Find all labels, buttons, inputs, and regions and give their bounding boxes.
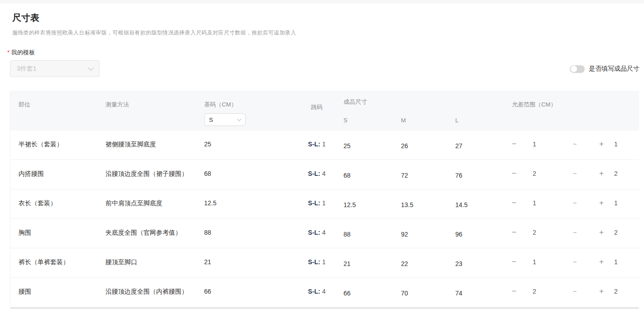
page-title: 尺寸表 [12,12,39,24]
tolerance-plus-value: 2 [614,168,618,179]
size-s-value: 21 [343,248,401,277]
size-s-value: 68 [343,160,401,189]
tilde-separator: ~ [573,198,599,208]
measure-method: 沿腰顶边度全围（裙子腰围） [105,160,196,189]
skip-code-cell: S-L: 4 [290,160,343,189]
skip-code-value: 4 [322,229,326,236]
measure-method: 沿腰顶边度全围（内裤腰围） [105,278,196,307]
part-name: 胸围 [10,219,105,248]
measure-method: 腰顶至脚口 [105,248,196,277]
tolerance-plus-value: 2 [614,286,618,297]
header-finished-size: 成品尺寸 [343,91,512,131]
plus-icon[interactable]: + [599,256,614,267]
skip-code-value: 1 [322,258,326,266]
table-header: 部位 测量方法 基码（CM） S 跳码 成品尺寸 允差范围（CM） S M L [10,91,639,131]
part-name: 腰围 [10,278,105,307]
size-l-value: 74 [455,278,512,307]
skip-code-cell: S-L: 1 [290,248,343,277]
size-l-value: 27 [455,131,512,160]
size-s-value: 12.5 [343,189,401,218]
size-m-value: 72 [401,160,455,189]
header-size-l: L [455,117,512,124]
template-field-label-text: 我的模板 [11,49,35,56]
skip-code-value: 4 [322,288,326,295]
minus-icon[interactable]: − [512,227,533,238]
size-s-value: 66 [343,278,401,307]
base-size-value: 12.5 [204,189,290,218]
skip-code-value: 4 [322,170,326,177]
template-select[interactable]: 3件套1 [10,60,100,77]
minus-icon[interactable]: − [512,139,533,150]
skip-code-cell: S-L: 1 [290,131,343,160]
skip-code-value: 1 [322,199,326,207]
plus-icon[interactable]: + [599,198,614,208]
skip-code-value: 1 [322,140,326,148]
tolerance-plus-value: 2 [614,227,618,238]
part-name: 裤长（单裤套装） [10,248,105,277]
table-row: 腰围 沿腰顶边度全围（内裤腰围） 66 S-L: 4 66 70 74 − 2 … [10,278,639,307]
chevron-down-icon [237,117,242,121]
plus-icon[interactable]: + [599,168,614,179]
tolerance-plus-value: 1 [614,139,618,150]
horizontal-scrollbar[interactable] [10,307,639,309]
minus-icon[interactable]: − [512,256,533,267]
header-size-columns: S M L [343,117,512,124]
base-size-value: 21 [204,248,290,277]
skip-code-cell: S-L: 4 [290,219,343,248]
size-l-value: 96 [455,219,512,248]
tolerance-plus-value: 1 [614,198,618,208]
template-select-value: 3件套1 [17,65,37,73]
tolerance-cell: − 1 ~ + 1 [512,248,639,277]
finished-size-toggle-label: 是否填写成品尺寸 [589,65,639,73]
measure-method: 裙侧腰顶至脚底度 [105,131,196,160]
plus-icon[interactable]: + [599,286,614,297]
base-size-value: 88 [204,219,290,248]
tolerance-cell: − 2 ~ + 2 [512,278,639,307]
tolerance-minus-value: 1 [533,198,573,208]
header-tolerance: 允差范围（CM） [512,91,639,131]
size-m-value: 22 [401,248,455,277]
finished-size-toggle-group: 是否填写成品尺寸 [570,65,639,73]
skip-code-cell: S-L: 1 [290,189,343,218]
size-m-value: 26 [401,131,455,160]
template-field-label: *我的模板 [7,48,35,57]
tolerance-cell: − 2 ~ + 2 [512,160,639,189]
size-chart-page: 尺寸表 服饰类的样衣将按照欧美人台标准审版，可根据自有款的版型情况选择录入尺码及… [0,0,644,329]
skip-code-range: S-L: [308,258,320,266]
table-row: 衣长（套装） 前中肩顶点至脚底度 12.5 S-L: 1 12.5 13.5 1… [10,189,639,219]
tolerance-minus-value: 2 [533,168,573,179]
header-size-s: S [343,117,401,124]
skip-code-range: S-L: [308,140,320,148]
page-description: 服饰类的样衣将按照欧美人台标准审版，可根据自有款的版型情况选择录入尺码及对应尺寸… [12,29,296,37]
tilde-separator: ~ [573,286,599,297]
tolerance-plus-value: 1 [614,256,618,267]
tilde-separator: ~ [573,256,599,267]
size-table: 部位 测量方法 基码（CM） S 跳码 成品尺寸 允差范围（CM） S M L … [10,91,639,309]
minus-icon[interactable]: − [512,286,533,297]
skip-code-range: S-L: [308,229,320,236]
tolerance-minus-value: 2 [533,227,573,238]
minus-icon[interactable]: − [512,198,533,208]
part-name: 衣长（套装） [10,189,105,218]
skip-code-range: S-L: [308,170,320,177]
measure-method: 前中肩顶点至脚底度 [105,189,196,218]
base-size-value: 66 [204,278,290,307]
skip-code-range: S-L: [308,199,320,207]
tilde-separator: ~ [573,227,599,238]
top-divider [0,0,644,4]
base-size-select[interactable]: S [204,113,246,126]
tolerance-cell: − 2 ~ + 2 [512,219,639,248]
plus-icon[interactable]: + [599,139,614,150]
size-s-value: 88 [343,219,401,248]
measure-method: 夹底度全围（官网参考值） [105,219,196,248]
tolerance-minus-value: 1 [533,256,573,267]
plus-icon[interactable]: + [599,227,614,238]
minus-icon[interactable]: − [512,168,533,179]
header-size-m: M [401,117,455,124]
tilde-separator: ~ [573,139,599,150]
size-l-value: 23 [455,248,512,277]
tilde-separator: ~ [573,168,599,179]
tolerance-minus-value: 1 [533,139,573,150]
finished-size-toggle[interactable] [570,65,585,73]
size-l-value: 76 [455,160,512,189]
